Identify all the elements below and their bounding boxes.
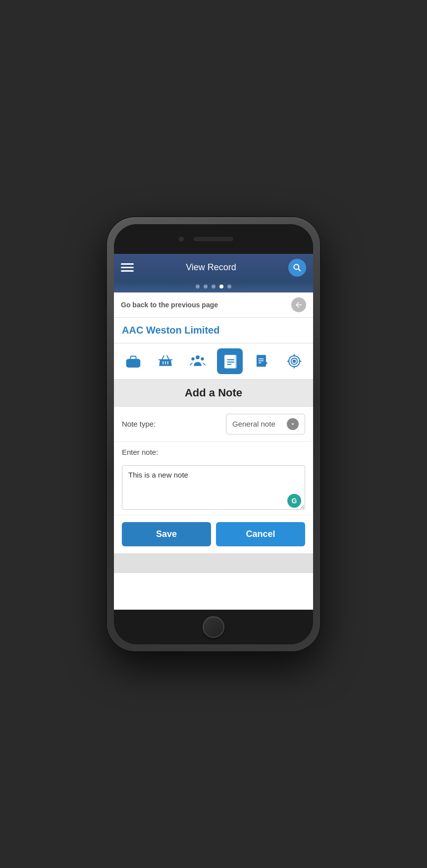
icon-toolbar bbox=[114, 343, 313, 380]
page-dots bbox=[114, 282, 313, 292]
toolbar-edit-doc-icon[interactable] bbox=[249, 348, 275, 374]
back-button[interactable] bbox=[291, 297, 306, 312]
company-row: AAC Weston Limited bbox=[114, 318, 313, 343]
svg-line-1 bbox=[298, 269, 301, 271]
toolbar-notes-icon[interactable] bbox=[217, 348, 243, 374]
header-title: View Record bbox=[186, 262, 236, 273]
svg-point-8 bbox=[191, 357, 194, 360]
svg-point-7 bbox=[196, 355, 200, 359]
note-textarea-wrapper: This is a new note G bbox=[122, 465, 305, 512]
svg-point-0 bbox=[294, 264, 299, 269]
enter-note-label: Enter note: bbox=[122, 448, 158, 456]
note-textarea[interactable]: This is a new note bbox=[122, 465, 305, 510]
toolbar-briefcase-icon[interactable] bbox=[120, 348, 146, 374]
save-button[interactable]: Save bbox=[122, 522, 211, 546]
back-nav: Go back to the previous page bbox=[114, 292, 313, 318]
bottom-bezel bbox=[114, 610, 313, 644]
search-button[interactable] bbox=[288, 259, 306, 277]
note-type-select[interactable]: General note bbox=[226, 414, 305, 434]
dot-4-active[interactable] bbox=[219, 285, 223, 289]
toolbar-people-icon[interactable] bbox=[185, 348, 211, 374]
top-bezel bbox=[114, 224, 313, 254]
dot-2[interactable] bbox=[204, 285, 208, 289]
dot-5[interactable] bbox=[227, 285, 231, 289]
screen: View Record Go back to the previous p bbox=[114, 254, 313, 610]
dot-1[interactable] bbox=[196, 285, 200, 289]
note-type-row: Note type: General note bbox=[114, 407, 313, 442]
form-area: Note type: General note Enter note: bbox=[114, 407, 313, 610]
phone-inner: View Record Go back to the previous p bbox=[114, 224, 313, 644]
camera bbox=[179, 237, 184, 241]
toolbar-target-icon[interactable] bbox=[281, 348, 307, 374]
enter-note-row: Enter note: This is a new note G bbox=[114, 442, 313, 515]
dot-3[interactable] bbox=[212, 285, 215, 289]
back-label: Go back to the previous page bbox=[121, 301, 218, 309]
chevron-down-icon bbox=[287, 418, 299, 430]
speaker bbox=[194, 237, 233, 241]
svg-rect-3 bbox=[126, 359, 140, 366]
section-title-bar: Add a Note bbox=[114, 380, 313, 407]
app-header: View Record bbox=[114, 254, 313, 282]
note-type-value: General note bbox=[232, 420, 275, 428]
hamburger-menu-button[interactable] bbox=[121, 263, 134, 272]
home-button[interactable] bbox=[203, 616, 224, 638]
note-type-label: Note type: bbox=[122, 420, 156, 428]
gray-bottom-area bbox=[114, 553, 313, 573]
section-title: Add a Note bbox=[122, 386, 305, 399]
cancel-button[interactable]: Cancel bbox=[216, 522, 305, 546]
phone-frame: View Record Go back to the previous p bbox=[107, 217, 320, 651]
company-name[interactable]: AAC Weston Limited bbox=[122, 325, 219, 336]
svg-point-21 bbox=[293, 360, 295, 362]
grammarly-button[interactable]: G bbox=[287, 494, 301, 508]
buttons-row: Save Cancel bbox=[114, 515, 313, 553]
svg-point-9 bbox=[201, 357, 204, 360]
toolbar-basket-icon[interactable] bbox=[153, 348, 178, 374]
